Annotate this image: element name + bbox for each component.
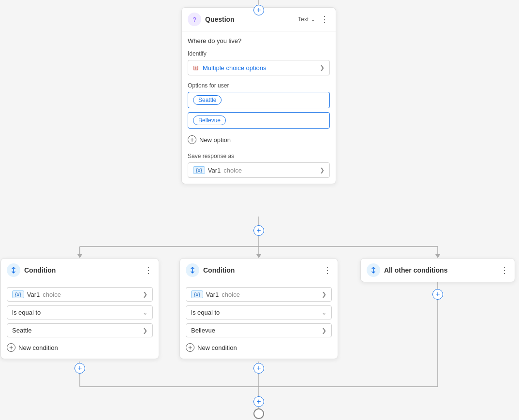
condition-card-1: Condition ⋮ {x} Var1 choice ❯ is equal t… (0, 258, 159, 359)
add-condition-1-plus-icon: + (7, 343, 15, 352)
add-button-final[interactable]: + (253, 396, 264, 407)
condition-2-title: Condition (203, 266, 319, 274)
grid-icon: ⊞ (193, 64, 199, 72)
condition-1-operator-chevron: ⌄ (143, 309, 148, 316)
svg-marker-6 (256, 254, 261, 258)
condition-2-operator-row[interactable]: is equal to ⌄ (186, 305, 332, 319)
option-chip-bellevue: Bellevue (193, 116, 226, 125)
condition-2-body: {x} Var1 choice ❯ is equal to ⌄ Bellevue… (180, 282, 338, 359)
var-name: Var1 (208, 167, 221, 174)
add-condition-2-text: New condition (197, 344, 237, 351)
option-chip-seattle: Seattle (193, 95, 222, 105)
add-condition-2-row[interactable]: + New condition (186, 341, 332, 354)
condition-1-body: {x} Var1 choice ❯ is equal to ⌄ Seattle … (1, 282, 159, 359)
condition-1-value-row[interactable]: Seattle ❯ (7, 323, 153, 337)
other-conditions-title: All other conditions (384, 266, 496, 274)
condition-1-icon (7, 263, 20, 277)
condition-2-var-row[interactable]: {x} Var1 choice ❯ (186, 287, 332, 302)
condition-1-var-row[interactable]: {x} Var1 choice ❯ (7, 287, 153, 302)
condition-2-menu[interactable]: ⋮ (323, 265, 332, 275)
condition-1-var-badge: {x} (12, 290, 24, 298)
condition-card-2: Condition ⋮ {x} Var1 choice ❯ is equal t… (179, 258, 338, 359)
svg-marker-9 (435, 254, 440, 258)
condition-2-value: Bellevue (191, 327, 322, 334)
add-option-row[interactable]: + New option (188, 132, 330, 147)
condition-2-var-chevron: ❯ (322, 291, 326, 298)
other-conditions-icon (367, 263, 380, 277)
question-card-menu[interactable]: ⋮ (319, 14, 330, 25)
option-row-bellevue[interactable]: Bellevue (188, 112, 330, 129)
save-response-label: Save response as (188, 153, 330, 159)
condition-1-menu[interactable]: ⋮ (144, 265, 153, 275)
condition-1-operator-row[interactable]: is equal to ⌄ (7, 305, 153, 319)
condition-1-title: Condition (24, 266, 140, 274)
question-card: ? Question Text ⌄ ⋮ Where do you live? I… (181, 7, 336, 184)
condition-1-var-name: Var1 (27, 291, 40, 298)
condition-2-operator: is equal to (191, 309, 322, 316)
question-card-title: Question (205, 15, 294, 23)
question-type-badge[interactable]: Text ⌄ (298, 16, 315, 23)
add-option-text: New option (199, 136, 231, 144)
add-option-plus-icon: + (188, 135, 196, 144)
end-circle (253, 408, 264, 419)
save-chevron-icon: ❯ (320, 167, 325, 174)
save-response-row[interactable]: {x} Var1 choice ❯ (188, 162, 330, 178)
identify-chevron-icon: ❯ (320, 64, 325, 71)
add-button-top[interactable]: + (253, 5, 264, 15)
condition-2-var-badge: {x} (191, 290, 203, 298)
other-conditions-header: All other conditions ⋮ (361, 259, 515, 282)
condition-1-value: Seattle (12, 327, 143, 334)
canvas: + ? Question Text ⌄ ⋮ Where do you live?… (0, 0, 519, 420)
question-card-body: Where do you live? Identify ⊞ Multiple c… (182, 31, 336, 184)
add-condition-1-row[interactable]: + New condition (7, 341, 153, 354)
condition-2-value-chevron: ❯ (322, 327, 326, 334)
chevron-down-icon: ⌄ (311, 16, 315, 23)
add-button-middle[interactable]: + (253, 225, 264, 236)
question-text: Where do you live? (188, 37, 330, 44)
add-button-bottom-left[interactable]: + (74, 363, 85, 374)
condition-2-header: Condition ⋮ (180, 259, 338, 282)
question-icon: ? (188, 13, 201, 26)
add-condition-2-plus-icon: + (186, 343, 194, 352)
options-label: Options for user (188, 82, 330, 89)
condition-1-value-chevron: ❯ (143, 327, 148, 334)
option-row-seattle[interactable]: Seattle (188, 92, 330, 108)
condition-2-var-type: choice (222, 291, 322, 298)
condition-2-var-name: Var1 (206, 291, 219, 298)
condition-2-operator-chevron: ⌄ (322, 309, 326, 316)
var-type: choice (223, 167, 320, 174)
other-conditions-menu[interactable]: ⋮ (500, 265, 509, 275)
add-button-bottom-right[interactable]: + (432, 289, 443, 300)
other-conditions-card: All other conditions ⋮ (360, 258, 515, 282)
add-condition-1-text: New condition (18, 344, 58, 351)
condition-2-icon (186, 263, 199, 277)
add-button-bottom-center[interactable]: + (253, 363, 264, 374)
condition-1-var-type: choice (43, 291, 143, 298)
identify-option-text: Multiple choice options (203, 64, 320, 72)
condition-1-operator: is equal to (12, 309, 143, 316)
condition-1-header: Condition ⋮ (1, 259, 159, 282)
svg-marker-4 (77, 254, 82, 258)
condition-2-value-row[interactable]: Bellevue ❯ (186, 323, 332, 337)
identify-label: Identify (188, 50, 330, 57)
identify-row[interactable]: ⊞ Multiple choice options ❯ (188, 60, 330, 75)
condition-1-var-chevron: ❯ (143, 291, 148, 298)
var-badge: {x} (193, 166, 205, 174)
